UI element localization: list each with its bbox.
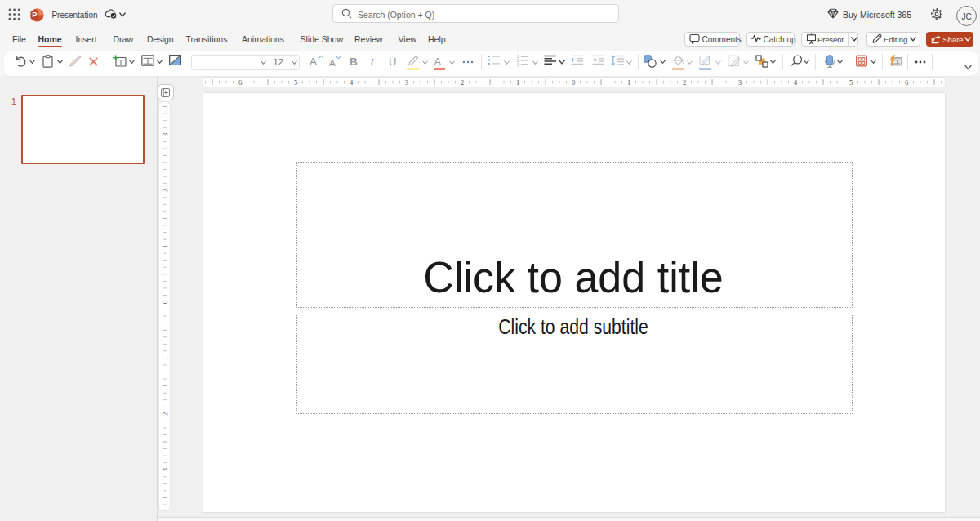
svg-text:1: 1 [160,244,168,247]
svg-text:5: 5 [849,78,853,87]
svg-text:2: 2 [160,189,168,192]
svg-text:1: 1 [627,78,630,87]
svg-text:2: 2 [683,78,686,87]
svg-text:3: 3 [405,78,408,87]
svg-text:4: 4 [794,78,798,87]
svg-text:0: 0 [572,78,575,87]
svg-text:P: P [32,11,37,19]
svg-text:4: 4 [350,78,354,87]
svg-text:0: 0 [160,301,168,304]
svg-text:3: 3 [738,78,742,87]
svg-text:3: 3 [160,133,168,136]
svg-text:5: 5 [294,78,297,87]
svg-text:6: 6 [905,78,908,87]
svg-text:2: 2 [160,412,168,416]
svg-text:1: 1 [516,78,519,87]
svg-text:3: 3 [160,468,168,471]
svg-text:2: 2 [461,78,464,87]
svg-text:3: 3 [517,63,519,66]
svg-text:6: 6 [238,78,242,87]
svg-text:1: 1 [160,356,168,359]
